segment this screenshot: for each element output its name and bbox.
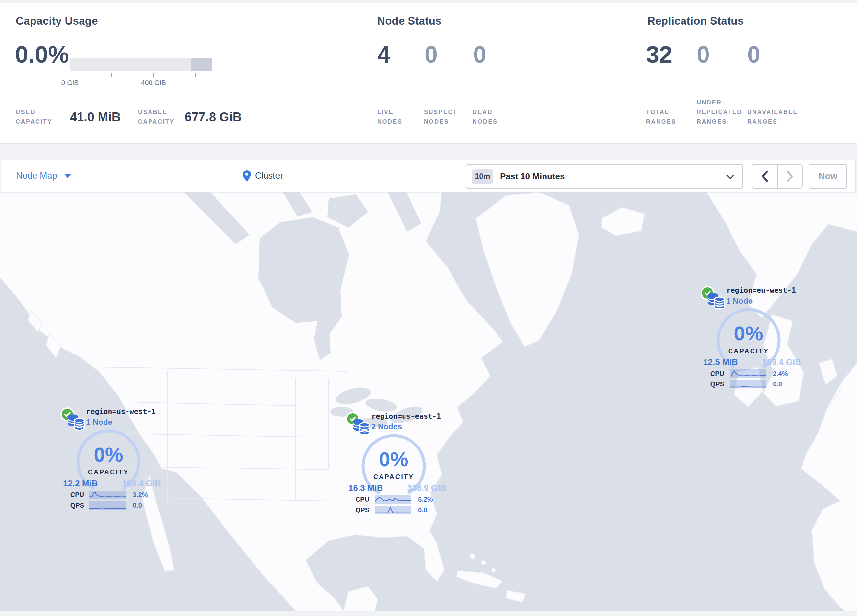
region-label: region=eu-west-1: [726, 286, 796, 294]
under-replicated-ranges-label: UNDER-REPLICATED RANGES: [697, 98, 752, 127]
live-nodes-label: LIVE NODES: [377, 107, 413, 127]
unavailable-ranges-label: UNAVAILABLE RANGES: [747, 107, 818, 127]
map-pin-icon: [243, 170, 251, 182]
chevron-right-icon: [786, 171, 794, 182]
qps-value: 0.0: [773, 380, 782, 388]
cpu-label: CPU: [62, 491, 84, 499]
capacity-axis-label-0: 0 GiB: [62, 79, 79, 87]
region-label: region=us-west-1: [86, 408, 156, 415]
cpu-label: CPU: [347, 496, 369, 503]
usable-capacity: 169.4 GiB: [122, 479, 161, 488]
capacity-axis-tick: [195, 73, 195, 77]
cpu-sparkline: [374, 495, 411, 504]
qps-label: QPS: [347, 506, 369, 514]
dead-nodes-label: DEAD NODES: [473, 107, 509, 127]
cpu-label: CPU: [702, 370, 724, 377]
capacity-percent: 0%: [361, 448, 427, 471]
capacity-usage-bar: [70, 58, 212, 71]
replication-status-title: Replication Status: [647, 15, 744, 27]
locality-marker-eu-west-1[interactable]: region=eu-west-1 1 Node 0% CAPACITY 12.5…: [702, 286, 804, 395]
region-label: region=us-east-1: [371, 412, 441, 420]
suspect-nodes-value: 0: [425, 41, 438, 68]
total-ranges-value: 32: [646, 41, 672, 68]
qps-value: 0.0: [418, 506, 427, 514]
cpu-sparkline: [90, 491, 126, 499]
qps-label: QPS: [702, 380, 724, 388]
qps-value: 0.0: [133, 502, 142, 509]
cluster-summary-panel: Capacity Usage 0.0% 0 GiB 400 GiB USED C…: [0, 3, 857, 144]
capacity-gauge-label: CAPACITY: [76, 468, 141, 476]
node-count[interactable]: 1 Node: [86, 418, 112, 427]
usable-capacity-label: USABLE CAPACITY: [138, 107, 190, 127]
capacity-percent: 0%: [76, 443, 141, 466]
total-ranges-label: TOTAL RANGES: [646, 107, 685, 127]
now-button[interactable]: Now: [809, 164, 847, 189]
capacity-axis-label-400: 400 GiB: [141, 79, 166, 87]
used-capacity: 12.5 MiB: [703, 357, 738, 367]
capacity-gauge-label: CAPACITY: [716, 347, 781, 355]
time-range-dropdown[interactable]: 10m Past 10 Minutes: [466, 164, 743, 189]
cpu-value: 3.2%: [133, 491, 148, 499]
under-replicated-ranges-value: 0: [697, 41, 710, 68]
capacity-axis-tick: [153, 73, 154, 77]
qps-sparkline: [374, 506, 411, 514]
time-nav-buttons: [752, 164, 803, 189]
breadcrumb-cluster-label: Cluster: [255, 171, 283, 181]
chevron-down-icon: [726, 174, 735, 180]
capacity-axis-tick: [70, 73, 70, 77]
chevron-down-icon: [64, 174, 71, 178]
locality-marker-us-east-1[interactable]: region=us-east-1 2 Nodes 0% CAPACITY 16.…: [347, 411, 449, 521]
capacity-usage-percent: 0.0%: [15, 41, 69, 68]
used-capacity: 12.2 MiB: [63, 479, 98, 488]
capacity-axis-tick: [111, 73, 112, 77]
node-count[interactable]: 1 Node: [726, 296, 752, 306]
used-capacity: 16.3 MiB: [348, 483, 383, 493]
time-back-button[interactable]: [752, 165, 777, 188]
capacity-bar-other-segment: [191, 58, 212, 71]
map-toolbar: Node Map Cluster 10m Past 10 Minutes Now: [1, 160, 856, 192]
used-capacity-label: USED CAPACITY: [16, 107, 65, 127]
usable-capacity-value: 677.8 GiB: [185, 110, 241, 124]
node-count[interactable]: 2 Nodes: [371, 422, 402, 431]
capacity-usage-title: Capacity Usage: [16, 15, 98, 27]
time-range-badge: 10m: [472, 169, 493, 184]
cpu-sparkline: [730, 369, 766, 378]
node-map: region=us-west-1 1 Node 0% CAPACITY 12.2…: [0, 192, 857, 611]
time-forward-button[interactable]: [777, 165, 802, 188]
live-nodes-value: 4: [377, 41, 390, 68]
suspect-nodes-label: SUSPECT NODES: [424, 107, 467, 127]
unavailable-ranges-value: 0: [747, 41, 760, 68]
time-range-label: Past 10 Minutes: [500, 171, 565, 182]
breadcrumb[interactable]: Cluster: [243, 160, 283, 191]
view-selector-label: Node Map: [16, 171, 57, 181]
chevron-left-icon: [761, 171, 769, 182]
qps-sparkline: [90, 501, 126, 509]
capacity-gauge-label: CAPACITY: [361, 473, 427, 481]
cpu-value: 2.4%: [773, 370, 788, 377]
usable-capacity: 338.9 GiB: [407, 483, 446, 493]
qps-label: QPS: [62, 502, 84, 509]
usable-capacity: 169.4 GiB: [762, 357, 801, 367]
dead-nodes-value: 0: [473, 41, 486, 68]
node-status-title: Node Status: [377, 15, 442, 27]
view-selector-dropdown[interactable]: Node Map: [16, 160, 71, 191]
cpu-value: 5.2%: [418, 496, 433, 503]
capacity-percent: 0%: [716, 322, 781, 345]
toolbar-divider: [450, 165, 451, 187]
world-map: [0, 192, 857, 611]
qps-sparkline: [730, 380, 766, 388]
used-capacity-value: 41.0 MiB: [70, 110, 121, 124]
locality-marker-us-west-1[interactable]: region=us-west-1 1 Node 0% CAPACITY 12.2…: [62, 407, 164, 517]
